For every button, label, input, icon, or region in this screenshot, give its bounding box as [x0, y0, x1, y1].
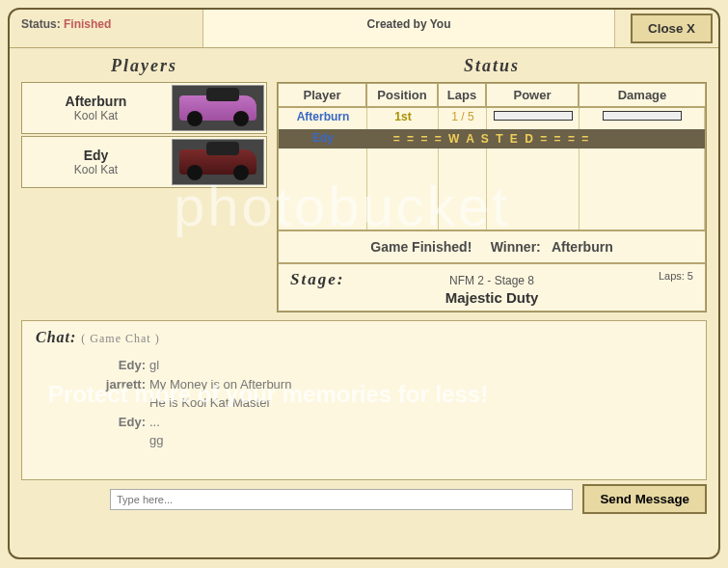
- chat-line: jarrett:My Money is on Afterburn: [94, 375, 692, 394]
- grid-head: Player Position Laps Power Damage: [278, 83, 706, 107]
- stage-name: Majestic Duty: [290, 289, 693, 306]
- car-icon: [179, 149, 256, 175]
- chat-msg: He is Kool Kat Master: [149, 395, 271, 410]
- player-name: Afterburn: [22, 94, 170, 109]
- col-laps: Laps: [438, 83, 486, 107]
- col-position: Position: [366, 83, 438, 107]
- chat-msg: My Money is on Afterburn: [149, 377, 291, 392]
- status-value: Finished: [64, 17, 111, 31]
- content: Players Afterburn Kool Kat Edy Kool Kat: [10, 48, 718, 320]
- status-row: Afterburn 1st 1 / 5: [279, 108, 705, 129]
- col-player: Player: [278, 83, 366, 107]
- winner-label: Winner:: [491, 239, 541, 255]
- row-position: 1st: [367, 108, 439, 129]
- chat-subtitle: ( Game Chat ): [81, 332, 159, 345]
- player-name: Edy: [22, 148, 170, 163]
- chat-input[interactable]: [110, 489, 573, 510]
- chat-who: Edy:: [94, 356, 146, 375]
- players-column: Players Afterburn Kool Kat Edy Kool Kat: [21, 56, 267, 312]
- chat-section: Chat: ( Game Chat ) Edy:gl jarrett:My Mo…: [21, 320, 707, 480]
- players-title: Players: [21, 56, 267, 76]
- status-label: Status:: [21, 17, 61, 31]
- chat-who: jarrett:: [94, 375, 146, 394]
- chat-head: Chat: ( Game Chat ): [36, 329, 692, 346]
- status-title: Status: [277, 56, 707, 76]
- player-car: Kool Kat: [22, 163, 170, 176]
- player-info: Edy Kool Kat: [22, 148, 170, 176]
- status-left: Status: Finished: [10, 10, 202, 47]
- chat-log: Edy:gl jarrett:My Money is on Afterburn …: [36, 350, 692, 472]
- header-bar: Status: Finished Created by You Close X: [10, 10, 718, 48]
- car-thumbnail: [172, 139, 264, 185]
- car-icon: [179, 95, 256, 121]
- result-line: Game Finished! Winner: Afterburn: [278, 230, 706, 263]
- status-grid: Player Position Laps Power Damage Afterb…: [277, 82, 707, 312]
- close-button[interactable]: Close X: [631, 14, 713, 43]
- chat-line: Edy:...: [94, 413, 692, 432]
- chat-msg: gl: [149, 358, 159, 372]
- created-by-label: Created by You: [202, 10, 615, 47]
- chat-title: Chat:: [36, 329, 76, 345]
- status-column: Status Player Position Laps Power Damage…: [277, 56, 707, 312]
- player-card[interactable]: Afterburn Kool Kat: [21, 82, 267, 134]
- game-window: Status: Finished Created by You Close X …: [8, 8, 720, 559]
- stage-label: Stage:: [290, 270, 344, 288]
- grid-body: Afterburn 1st 1 / 5 Edy = = = = W A S T …: [278, 107, 706, 230]
- chat-msg: gg: [149, 433, 163, 447]
- row-player: Edy: [279, 129, 367, 150]
- col-power: Power: [486, 83, 579, 107]
- player-card[interactable]: Edy Kool Kat: [21, 136, 267, 188]
- chat-msg: ...: [149, 415, 160, 429]
- car-thumbnail: [172, 85, 264, 131]
- chat-line: gg: [94, 431, 692, 450]
- chat-who: Edy:: [94, 413, 146, 432]
- player-info: Afterburn Kool Kat: [22, 94, 170, 122]
- chat-line: Edy:gl: [94, 356, 692, 375]
- row-laps: 1 / 5: [439, 108, 487, 129]
- row-player: Afterburn: [279, 108, 367, 129]
- row-power: [487, 108, 580, 129]
- send-button[interactable]: Send Message: [582, 484, 707, 514]
- player-car: Kool Kat: [22, 109, 170, 122]
- winner-name: Afterburn: [552, 239, 613, 255]
- stage-laps: Laps: 5: [659, 270, 693, 282]
- chat-line: He is Kool Kat Master: [94, 393, 692, 413]
- stage-game: NFM 2 - Stage 8: [290, 274, 693, 287]
- result-text: Game Finished!: [370, 239, 472, 255]
- chat-input-row: Send Message: [21, 484, 707, 514]
- col-damage: Damage: [579, 83, 706, 107]
- status-row: Edy: [279, 129, 367, 150]
- row-damage: [580, 108, 705, 129]
- stage-box: Stage: Laps: 5 NFM 2 - Stage 8 Majestic …: [278, 263, 706, 311]
